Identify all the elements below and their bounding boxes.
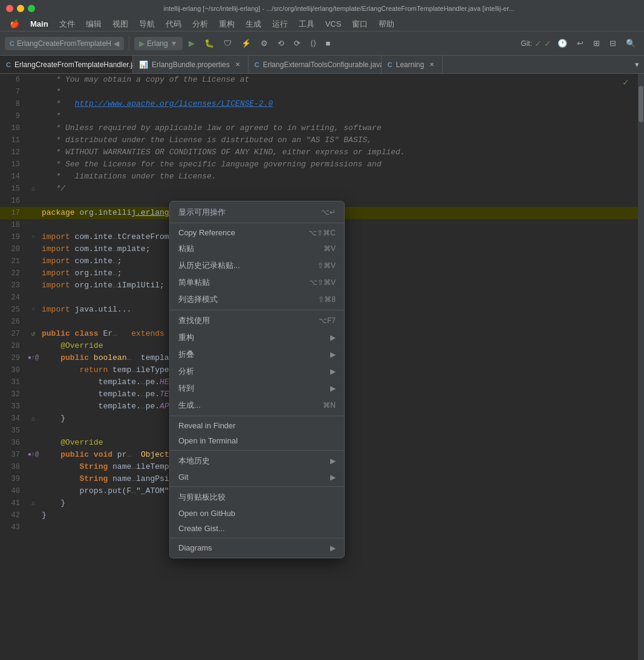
code-line: 12 * WITHOUT WARRANTIES OR CONDITIONS OF… [0, 146, 638, 158]
ctx-refactor[interactable]: 重构 ▶ [170, 329, 344, 346]
run-button[interactable]: ▶ [185, 36, 198, 50]
ctx-show-actions-label: 显示可用操作 [178, 207, 226, 218]
stop-button[interactable]: ■ [322, 36, 334, 50]
line-num: 30 [0, 364, 27, 376]
debug-button[interactable]: 🐛 [201, 36, 218, 50]
line-num: 40 [0, 485, 27, 497]
ctx-paste-history[interactable]: 从历史记录粘贴... ⇧⌘V [170, 257, 344, 274]
ctx-git[interactable]: Git ▶ [170, 469, 344, 485]
ctx-simple-paste-shortcut: ⌥⇧⌘V [309, 278, 336, 287]
ctx-folding-arrow: ▶ [330, 350, 336, 359]
ctx-analyze[interactable]: 分析 ▶ [170, 363, 344, 380]
menu-apple[interactable]: 🍎 [5, 18, 24, 30]
ctx-show-actions[interactable]: 显示可用操作 ⌥↵ [170, 204, 344, 221]
menu-tools[interactable]: 工具 [294, 18, 319, 31]
ctx-analyze-label: 分析 [178, 366, 194, 377]
tab-erlang-bundle[interactable]: 📊 ErlangBundle.properties ✕ [133, 56, 249, 73]
extra-btn-2[interactable]: ⟳ [290, 36, 304, 50]
git-commit[interactable]: ✓ [544, 39, 551, 48]
ctx-divider-1 [170, 223, 344, 223]
run-config-dropdown[interactable]: ▶ Erlang ▼ [134, 37, 183, 50]
ctx-simple-paste[interactable]: 简单粘贴 ⌥⇧⌘V [170, 274, 344, 291]
ctx-goto-arrow: ▶ [330, 384, 336, 393]
code-line: 7 * [0, 86, 638, 98]
file-breadcrumb[interactable]: C ErlangCreateFromTemplateH ◀ [5, 37, 124, 50]
tabs-overflow[interactable]: ▾ [630, 56, 644, 73]
ctx-open-github[interactable]: Open on GitHub [170, 506, 344, 521]
ctx-compare-clipboard[interactable]: 与剪贴板比较 [170, 489, 344, 506]
menu-generate[interactable]: 生成 [241, 18, 266, 31]
ctx-column-select[interactable]: 列选择模式 ⇧⌘8 [170, 291, 344, 308]
extra-btn-3[interactable]: ⟨⟩ [307, 36, 320, 50]
line-num: 37 [0, 449, 27, 461]
run-config-label: Erlang [147, 39, 168, 48]
ctx-column-select-label: 列选择模式 [178, 294, 218, 305]
tab-learning[interactable]: C Learning ✕ [382, 56, 443, 73]
ctx-generate[interactable]: 生成... ⌘N [170, 397, 344, 414]
line-num: 26 [0, 316, 27, 328]
line-content: * You may obtain a copy of the License a… [39, 74, 638, 86]
line-num: 21 [0, 255, 27, 267]
menu-help[interactable]: 帮助 [374, 18, 399, 31]
history-button[interactable]: 🕐 [554, 36, 571, 50]
ctx-goto[interactable]: 转到 ▶ [170, 380, 344, 397]
ctx-folding[interactable]: 折叠 ▶ [170, 346, 344, 363]
menu-view[interactable]: 视图 [108, 18, 133, 31]
menu-navigate[interactable]: 导航 [134, 18, 160, 31]
layout-button[interactable]: ⊞ [590, 36, 603, 50]
ctx-local-history[interactable]: 本地历史 ▶ [170, 453, 344, 469]
close-button[interactable] [6, 5, 13, 12]
ctx-paste[interactable]: 粘贴 ⌘V [170, 240, 344, 257]
ctx-reveal-finder[interactable]: Reveal in Finder [170, 418, 344, 433]
menu-run[interactable]: 运行 [267, 18, 293, 31]
split-button[interactable]: ⊟ [606, 36, 620, 50]
tab-erlang-create[interactable]: C ErlangCreateFromTemplateHandler.java ✕ [0, 56, 133, 73]
menu-vcs[interactable]: VCS [320, 18, 346, 30]
traffic-lights [6, 5, 35, 12]
line-num: 18 [0, 219, 27, 231]
git-stage[interactable]: ✓ [535, 39, 542, 48]
ctx-copy-reference[interactable]: Copy Reference ⌥⇧⌘C [170, 225, 344, 240]
maximize-button[interactable] [28, 5, 35, 12]
ctx-diagrams-label: Diagrams [178, 543, 212, 552]
tab-close-4[interactable]: ✕ [428, 60, 436, 69]
menu-edit[interactable]: 编辑 [81, 18, 106, 31]
menu-file[interactable]: 文件 [54, 18, 80, 31]
menu-refactor[interactable]: 重构 [214, 18, 239, 31]
ctx-find-usages[interactable]: 查找使用 ⌥F7 [170, 312, 344, 329]
rollback-button[interactable]: ↩ [573, 36, 587, 50]
scrollbar-thumb[interactable] [639, 86, 643, 122]
search-button[interactable]: 🔍 [622, 36, 639, 50]
ctx-create-gist[interactable]: Create Gist... [170, 521, 344, 536]
menu-code[interactable]: 代码 [161, 18, 186, 31]
code-line: 9 * [0, 110, 638, 122]
minimize-button[interactable] [17, 5, 24, 12]
settings-button[interactable]: ⚙ [257, 36, 272, 50]
ctx-reveal-finder-label: Reveal in Finder [178, 421, 236, 430]
menu-analyze[interactable]: 分析 [187, 18, 213, 31]
tab-erlang-external[interactable]: C ErlangExternalToolsConfigurable.java ✕ [249, 56, 382, 73]
ctx-refactor-arrow: ▶ [330, 333, 336, 342]
editor-container: ✓ 6 * You may obtain a copy of the Licen… [0, 74, 644, 660]
profile-button[interactable]: ⚡ [238, 36, 255, 50]
scrollbar-right[interactable] [638, 74, 644, 660]
ctx-paste-history-label: 从历史记录粘贴... [178, 260, 240, 271]
coverage-button[interactable]: 🛡 [220, 36, 235, 50]
ctx-open-terminal[interactable]: Open in Terminal [170, 433, 344, 448]
line-num: 32 [0, 388, 27, 400]
tab-close-2[interactable]: ✕ [233, 60, 242, 69]
line-content: * [39, 110, 638, 122]
line-content: */ [39, 183, 638, 195]
ctx-paste-shortcut: ⌘V [324, 244, 336, 253]
ctx-divider-4 [170, 450, 344, 451]
line-content: * See the License for the specific langu… [39, 158, 638, 171]
menu-main[interactable]: Main [25, 18, 53, 30]
ctx-diagrams[interactable]: Diagrams ▶ [170, 540, 344, 555]
editor-main[interactable]: ✓ 6 * You may obtain a copy of the Licen… [0, 74, 638, 660]
toolbar: C ErlangCreateFromTemplateH ◀ ▶ Erlang ▼… [0, 31, 644, 56]
menu-window[interactable]: 窗口 [347, 18, 372, 31]
dropdown-arrow: ▼ [171, 39, 178, 48]
extra-btn-1[interactable]: ⟲ [274, 36, 288, 50]
line-num: 36 [0, 437, 27, 449]
ctx-divider-2 [170, 310, 344, 310]
